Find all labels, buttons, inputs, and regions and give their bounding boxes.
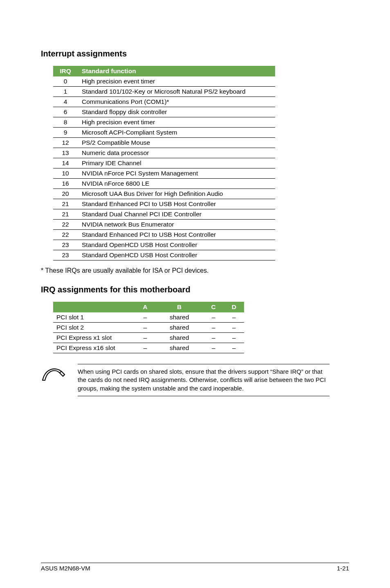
table-row: 14Primary IDE Channel [53,158,275,168]
irq-num: 23 [53,250,78,260]
table-row: 22Standard Enhanced PCI to USB Host Cont… [53,230,275,240]
table-row: 21Standard Enhanced PCI to USB Host Cont… [53,199,275,209]
irq-num: 13 [53,148,78,158]
irq-num: 21 [53,209,78,220]
irq-num: 6 [53,107,78,117]
table-row: PCI slot 1 – shared – – [53,312,244,323]
assign-d: – [224,343,244,353]
assign-header-c: C [203,302,224,312]
irq-num: 23 [53,240,78,250]
table-row: 9Microsoft ACPI-Compliant System [53,128,275,138]
assign-header-a: A [135,302,155,312]
irq-fn: Standard Enhanced PCI to USB Host Contro… [78,230,275,240]
assign-d: – [224,312,244,323]
table-row: 0High precision event timer [53,76,275,87]
irq-fn: Standard 101/102-Key or Microsoft Natura… [78,87,275,97]
irq-fn: Standard Dual Channel PCI IDE Controller [78,209,275,220]
assign-b: shared [155,333,203,343]
table-row: 16NVIDIA nForce 6800 LE [53,179,275,189]
page-footer: ASUS M2N68-VM 1-21 [41,563,349,572]
table-row: 1Standard 101/102-Key or Microsoft Natur… [53,87,275,97]
table-row: 22NVIDIA network Bus Enumerator [53,220,275,230]
irq-num: 12 [53,138,78,148]
irq-header-fn: Standard function [78,66,275,76]
table-row: 4Communications Port (COM1)* [53,97,275,107]
assign-c: – [203,333,224,343]
note-star: * These IRQs are usually available for I… [41,267,349,274]
assign-label: PCI Express x16 slot [53,343,135,353]
assign-d: – [224,333,244,343]
irq-num: 0 [53,76,78,87]
irq-fn: Microsoft ACPI-Compliant System [78,128,275,138]
note-text: When using PCI cards on shared slots, en… [78,368,329,393]
table-row: PCI Express x16 slot – shared – – [53,343,244,353]
assign-label: PCI slot 1 [53,312,135,323]
assign-table-head: A B C D [53,302,244,312]
irq-fn: High precision event timer [78,117,275,128]
assign-header-blank [53,302,135,312]
section-title-interrupt: Interrupt assignments [41,49,349,58]
irq-num: 20 [53,189,78,199]
irq-fn: NVIDIA network Bus Enumerator [78,220,275,230]
note-callout: When using PCI cards on shared slots, en… [41,364,334,396]
irq-fn: Standard OpenHCD USB Host Controller [78,250,275,260]
table-row: 6Standard floppy disk controller [53,107,275,117]
assign-header-d: D [224,302,244,312]
irq-num: 8 [53,117,78,128]
assign-a: – [135,323,155,333]
table-row: 13Numeric data processor [53,148,275,158]
footer-left: ASUS M2N68-VM [41,565,90,572]
assign-a: – [135,333,155,343]
irq-num: 22 [53,230,78,240]
assign-header-b: B [155,302,203,312]
irq-fn: High precision event timer [78,76,275,87]
table-row: 10NVIDIA nForce PCI System Management [53,168,275,179]
irq-num: 1 [53,87,78,97]
irq-fn: Primary IDE Channel [78,158,275,168]
note-text-box: When using PCI cards on shared slots, en… [78,364,329,396]
irq-num: 16 [53,179,78,189]
irq-table-body: 0High precision event timer 1Standard 10… [53,76,275,260]
assign-b: shared [155,343,203,353]
irq-fn: Numeric data processor [78,148,275,158]
assign-c: – [203,323,224,333]
irq-fn: Standard floppy disk controller [78,107,275,117]
irq-fn: NVIDIA nForce PCI System Management [78,168,275,179]
irq-fn: Communications Port (COM1)* [78,97,275,107]
note-icon [41,364,67,387]
table-row: 23Standard OpenHCD USB Host Controller [53,250,275,260]
assignments-table: A B C D PCI slot 1 – shared – – PCI slot… [53,302,244,353]
table-row: PCI slot 2 – shared – – [53,323,244,333]
assign-label: PCI Express x1 slot [53,333,135,343]
assign-a: – [135,312,155,323]
irq-table-head: IRQ Standard function [53,66,275,76]
table-row: 21Standard Dual Channel PCI IDE Controll… [53,209,275,220]
section-title-assignments: IRQ assignments for this motherboard [41,285,349,294]
assign-c: – [203,312,224,323]
irq-num: 4 [53,97,78,107]
footer-right: 1-21 [337,565,349,572]
irq-num: 21 [53,199,78,209]
irq-num: 22 [53,220,78,230]
table-row: 20Microsoft UAA Bus Driver for High Defi… [53,189,275,199]
irq-header-irq: IRQ [53,66,78,76]
table-row: 23Standard OpenHCD USB Host Controller [53,240,275,250]
assign-label: PCI slot 2 [53,323,135,333]
table-row: 8High precision event timer [53,117,275,128]
irq-fn: Microsoft UAA Bus Driver for High Defini… [78,189,275,199]
assign-b: shared [155,323,203,333]
irq-num: 10 [53,168,78,179]
assign-a: – [135,343,155,353]
assign-b: shared [155,312,203,323]
irq-fn: PS/2 Compatible Mouse [78,138,275,148]
assign-c: – [203,343,224,353]
assign-d: – [224,323,244,333]
irq-fn: Standard Enhanced PCI to USB Host Contro… [78,199,275,209]
table-row: PCI Express x1 slot – shared – – [53,333,244,343]
irq-num: 9 [53,128,78,138]
irq-fn: NVIDIA nForce 6800 LE [78,179,275,189]
assign-table-body: PCI slot 1 – shared – – PCI slot 2 – sha… [53,312,244,353]
irq-table: IRQ Standard function 0High precision ev… [53,66,275,260]
irq-num: 14 [53,158,78,168]
irq-fn: Standard OpenHCD USB Host Controller [78,240,275,250]
